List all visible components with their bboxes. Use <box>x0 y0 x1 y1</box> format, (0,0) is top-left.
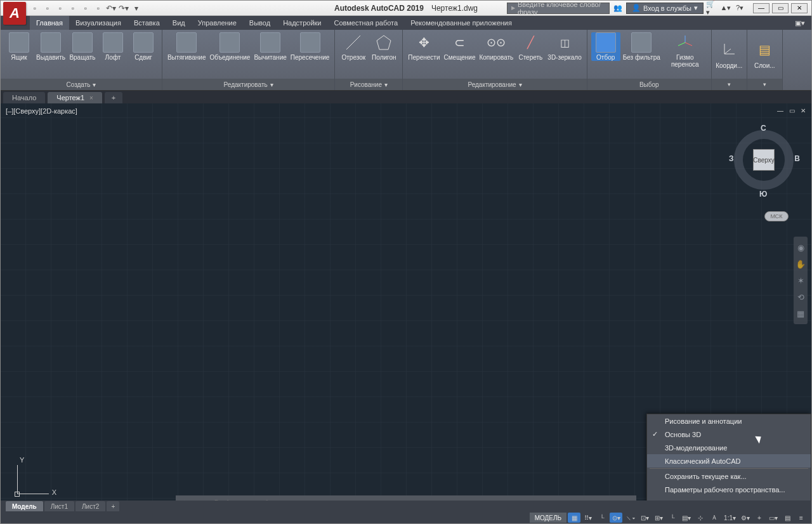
undo-icon[interactable]: ↶▾ <box>106 3 116 13</box>
tab-manage[interactable]: Управление <box>192 16 243 30</box>
tool-intersect[interactable]: Пересечение <box>289 32 331 61</box>
web-icon[interactable]: ▫ <box>81 3 91 13</box>
sb-annomonitor-icon[interactable]: + <box>753 513 766 523</box>
sb-selectionfilter-icon[interactable]: ▤▾ <box>680 513 693 523</box>
tool-3dmirror[interactable]: ◫3D-зеркало <box>546 32 582 61</box>
tab-drawing1[interactable]: Чертеж1× <box>48 92 102 103</box>
sb-dynamicucs-icon[interactable]: └ <box>666 513 679 523</box>
sb-model-button[interactable]: МОДЕЛЬ <box>530 513 566 523</box>
tool-line[interactable]: Отрезок <box>339 32 368 61</box>
tab-addins[interactable]: Надстройки <box>277 16 327 30</box>
layout-sheet1[interactable]: Лист1 <box>44 501 74 511</box>
tab-expand[interactable]: ▣▾ <box>789 16 811 30</box>
tool-revolve[interactable]: Вращать <box>68 32 97 61</box>
panel-edit: Вытягивание Объединение Вычитание Пересе… <box>162 30 335 90</box>
viewport-minimize-icon[interactable]: — <box>776 107 785 116</box>
ctx-classic[interactable]: Классический AutoCAD <box>647 454 811 468</box>
tool-gizmo[interactable]: Гизмо переноса <box>663 32 707 68</box>
redo-icon[interactable]: ↷▾ <box>119 3 129 13</box>
sb-gizmo-icon[interactable]: ⊹ <box>694 513 707 523</box>
tool-presspull[interactable]: Вытягивание <box>166 32 207 61</box>
tool-culling[interactable]: Отбор <box>591 32 620 61</box>
sb-3dosnap-icon[interactable]: ⊞▾ <box>652 513 665 523</box>
tool-extrude[interactable]: Выдавить <box>35 32 67 61</box>
sb-grid-icon[interactable]: ▦ <box>568 513 580 523</box>
tool-union[interactable]: Объединение <box>208 32 251 61</box>
ctx-3dbasics[interactable]: Основы 3D <box>647 428 811 441</box>
layout-sheet2[interactable]: Лист2 <box>75 501 105 511</box>
tab-visualize[interactable]: Визуализация <box>69 16 128 30</box>
zoom-icon[interactable]: ✶ <box>794 272 808 289</box>
tool-erase[interactable]: ╱Стереть <box>516 32 545 61</box>
tool-offset[interactable]: ⊂Смещение <box>442 32 476 61</box>
viewport-close-icon[interactable]: ✕ <box>799 107 808 116</box>
fullnav-icon[interactable]: ◉ <box>794 239 808 256</box>
tab-start[interactable]: Начало <box>3 92 45 103</box>
tool-polygon[interactable]: Полигон <box>369 32 398 61</box>
sb-osnap-icon[interactable]: ⊡▾ <box>638 513 651 523</box>
save-icon[interactable]: ▫ <box>55 3 65 13</box>
tool-sweep[interactable]: Сдвиг <box>129 32 158 61</box>
layout-model[interactable]: Модель <box>6 501 43 511</box>
qat-dropdown-icon[interactable]: ▾ <box>131 3 141 13</box>
sb-polar-icon[interactable]: ⊙▾ <box>610 513 622 523</box>
viewport-label[interactable]: [–][Сверху][2D-каркас] <box>6 107 77 115</box>
panel-selection: Отбор Без фильтра Гизмо переноса Выбор <box>587 30 712 90</box>
ctx-saveas[interactable]: Сохранить текущее как... <box>647 469 811 483</box>
ctx-drafting[interactable]: Рисование и аннотации <box>647 414 811 428</box>
maximize-button[interactable]: ▭ <box>772 3 789 13</box>
ctx-settings[interactable]: Параметры рабочего пространства... <box>647 483 811 496</box>
app-title: Autodesk AutoCAD 2019 <box>334 4 424 13</box>
tab-view[interactable]: Вид <box>166 16 192 30</box>
panel-coordinates[interactable]: Коорди... ▾ <box>712 30 747 90</box>
showmotion-icon[interactable]: ▦ <box>794 305 808 322</box>
a360-icon[interactable]: ▲▾ <box>720 3 731 14</box>
minimize-button[interactable]: — <box>753 3 769 13</box>
ucs-icon[interactable] <box>10 462 54 501</box>
sb-isodraft-icon[interactable]: ⟍▾ <box>624 513 637 523</box>
sb-ortho-icon[interactable]: └ <box>596 513 608 523</box>
wcs-badge[interactable]: МСК <box>764 211 789 221</box>
sb-annotation-icon[interactable]: Ａ <box>708 513 721 523</box>
viewport-maximize-icon[interactable]: ▭ <box>787 107 796 116</box>
plot-icon[interactable]: ▫ <box>93 3 103 13</box>
app-logo[interactable]: A <box>3 2 26 25</box>
tool-box[interactable]: Ящик <box>4 32 34 61</box>
tool-subtract[interactable]: Вычитание <box>252 32 287 61</box>
panel-create: Ящик Выдавить Вращать Лофт Сдвиг Создать… <box>1 30 162 90</box>
open-icon[interactable]: ▫ <box>43 3 53 13</box>
sb-units-icon[interactable]: ▭▾ <box>767 513 780 523</box>
sb-quickprops-icon[interactable]: ▤ <box>781 513 794 523</box>
tool-copy[interactable]: ⊙⊙Копировать <box>478 32 514 61</box>
sb-customize-icon[interactable]: ≡ <box>795 513 808 523</box>
tab-output[interactable]: Вывод <box>243 16 277 30</box>
sb-workspace-icon[interactable]: ⚙▾ <box>739 513 752 523</box>
viewcube-face[interactable]: Сверху <box>753 149 775 171</box>
help-icon[interactable]: ?▾ <box>734 3 745 14</box>
tab-insert[interactable]: Вставка <box>128 16 166 30</box>
signin-button[interactable]: 👤Вход в службы▾ <box>626 3 704 14</box>
tool-move[interactable]: ✥Перенести <box>407 32 441 61</box>
pan-icon[interactable]: ✋ <box>794 256 808 272</box>
tab-home[interactable]: Главная <box>30 16 69 30</box>
viewcube[interactable]: Сверху С Ю В З <box>729 125 799 195</box>
tab-collaborate[interactable]: Совместная работа <box>327 16 404 30</box>
sb-snap-icon[interactable]: ⠿▾ <box>582 513 594 523</box>
saveas-icon[interactable]: ▫ <box>68 3 78 13</box>
panel-layers[interactable]: ▤ Слои... ▾ <box>747 30 783 90</box>
tab-featured[interactable]: Рекомендованные приложения <box>404 16 518 30</box>
sb-scale-button[interactable]: 1:1▾ <box>722 513 738 523</box>
close-icon[interactable]: × <box>89 95 93 102</box>
new-tab-button[interactable]: + <box>105 92 122 103</box>
exchange-icon[interactable]: 🛒▾ <box>706 3 717 14</box>
infocenter-icon[interactable]: 👥 <box>612 3 624 14</box>
layout-add[interactable]: + <box>107 501 119 511</box>
orbit-icon[interactable]: ⟲ <box>794 289 808 305</box>
ctx-3dmodeling[interactable]: 3D-моделирование <box>647 441 811 454</box>
search-input[interactable]: Введите ключевое слово/фразу <box>507 3 610 14</box>
tool-nofilter[interactable]: Без фильтра <box>622 32 662 61</box>
drawing-area[interactable]: [–][Сверху][2D-каркас] — ▭ ✕ Сверху С Ю … <box>1 103 811 523</box>
new-icon[interactable]: ▫ <box>30 3 40 13</box>
close-button[interactable]: ✕ <box>791 3 808 13</box>
tool-loft[interactable]: Лофт <box>98 32 128 61</box>
